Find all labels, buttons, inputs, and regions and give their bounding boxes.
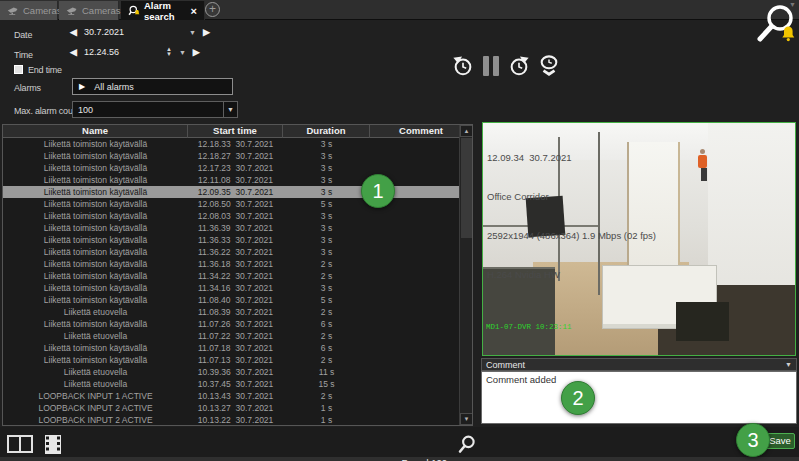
scroll-up-icon[interactable]: ▲ <box>460 125 473 137</box>
close-icon[interactable]: × <box>191 5 197 17</box>
table-row[interactable]: Liikettä toimiston käytävällä11.08.40 30… <box>3 294 459 306</box>
comment-header-label: Comment <box>486 360 525 370</box>
max-alarm-count-label: Max. alarm count <box>14 106 80 116</box>
table-row[interactable]: Liikettä toimiston käytävällä11.07.13 30… <box>3 354 459 366</box>
osd-codec-info: H.264 Nvidia HW <box>487 268 656 281</box>
video-osd-text: 12.09.34 30.7.2021 Office Corridor 2592x… <box>487 125 656 307</box>
table-row[interactable]: Liikettä toimiston käytävällä11.34.16 30… <box>3 282 459 294</box>
tab-cameras-1[interactable]: Cameras × <box>0 1 58 20</box>
table-cell: Liikettä toimiston käytävällä <box>3 186 188 198</box>
jump-to-alarm-icon[interactable] <box>537 55 559 77</box>
table-cell: 2 s <box>283 258 370 270</box>
comment-textarea[interactable]: Comment added <box>481 371 797 424</box>
max-alarm-count-select[interactable]: 100 ▼ <box>72 101 238 118</box>
table-cell: 10.13.43 30.7.2021 <box>188 390 283 402</box>
time-dropdown-icon[interactable]: ▼ <box>179 49 186 56</box>
table-cell: 2 s <box>283 390 370 402</box>
alarms-expand-icon[interactable]: ▶ <box>79 82 85 91</box>
table-row[interactable]: Liikettä toimiston käytävällä12.08.03 30… <box>3 210 459 222</box>
table-cell: 6 s <box>283 318 370 330</box>
table-row[interactable]: Liikettä etuovella11.08.39 30.7.20212 s <box>3 306 459 318</box>
play-forward-icon[interactable] <box>508 55 530 77</box>
time-value[interactable]: 12.24.56 <box>84 47 119 57</box>
table-cell: 11.07.18 30.7.2021 <box>188 342 283 354</box>
date-prev-icon[interactable]: ◀ <box>70 27 77 37</box>
table-cell: 2 s <box>283 270 370 282</box>
dual-view-icon[interactable] <box>7 435 33 454</box>
table-row[interactable]: LOOPBACK INPUT 2 ACTIVE10.13.22 30.7.202… <box>3 414 459 425</box>
table-cell: Liikettä toimiston käytävällä <box>3 270 188 282</box>
date-dropdown-icon[interactable]: ▼ <box>189 29 196 36</box>
header-name[interactable]: Name <box>3 125 188 138</box>
table-row[interactable]: Liikettä toimiston käytävällä11.36.22 30… <box>3 246 459 258</box>
table-row[interactable]: Liikettä etuovella10.39.36 30.7.202111 s <box>3 366 459 378</box>
end-time-checkbox[interactable] <box>14 65 23 74</box>
table-row[interactable]: Liikettä toimiston käytävällä11.07.18 30… <box>3 342 459 354</box>
time-prev-icon[interactable]: ◀ <box>70 47 77 57</box>
table-header: Name Start time Duration Comment <box>3 125 472 138</box>
table-cell: 6 s <box>283 342 370 354</box>
annotation-circle-1: 1 <box>361 174 395 208</box>
time-spinner[interactable]: ▲ ▼ <box>166 47 172 57</box>
search-again-icon[interactable] <box>457 434 478 455</box>
table-row[interactable]: Liikettä toimiston käytävällä11.36.18 30… <box>3 258 459 270</box>
scroll-down-icon[interactable]: ▼ <box>460 413 473 425</box>
alarms-value: All alarms <box>94 82 134 92</box>
table-row[interactable]: Liikettä etuovella11.07.22 30.7.20212 s <box>3 330 459 342</box>
table-row[interactable]: LOOPBACK INPUT 1 ACTIVE10.13.43 30.7.202… <box>3 390 459 402</box>
table-row[interactable]: Liikettä etuovella10.37.45 30.7.202115 s <box>3 378 459 390</box>
add-tab-button[interactable]: + <box>205 2 220 17</box>
alarms-select[interactable]: ▶ All alarms <box>72 78 233 95</box>
time-next-icon[interactable]: ▶ <box>193 47 200 57</box>
header-duration[interactable]: Duration <box>283 125 370 138</box>
header-comment[interactable]: Comment <box>370 125 472 138</box>
table-row[interactable]: Liikettä toimiston käytävällä12.17.23 30… <box>3 162 459 174</box>
table-cell: Liikettä toimiston käytävällä <box>3 210 188 222</box>
tab-label: Cameras <box>23 5 62 16</box>
scrollbar-thumb[interactable] <box>461 138 472 238</box>
tab-cameras-2[interactable]: Cameras × <box>59 1 119 20</box>
table-row[interactable]: Liikettä toimiston käytävällä11.34.22 30… <box>3 270 459 282</box>
alarm-search-big-icon <box>754 3 796 47</box>
play-backward-icon[interactable] <box>452 55 474 77</box>
table-cell: 3 s <box>283 186 370 198</box>
table-cell: 3 s <box>283 138 370 150</box>
table-cell <box>370 270 459 282</box>
table-cell: 12.18.27 30.7.2021 <box>188 150 283 162</box>
table-cell: Liikettä etuovella <box>3 366 188 378</box>
table-cell <box>370 234 459 246</box>
table-row[interactable]: LOOPBACK INPUT 2 ACTIVE10.13.27 30.7.202… <box>3 402 459 414</box>
comment-collapse-icon[interactable]: ▼ <box>785 361 792 368</box>
table-cell: Liikettä toimiston käytävällä <box>3 234 188 246</box>
comment-header[interactable]: Comment ▼ <box>481 358 797 371</box>
table-cell <box>370 222 459 234</box>
table-cell <box>370 318 459 330</box>
osd-camera-name: Office Corridor <box>487 190 656 203</box>
table-cell: 12.17.23 30.7.2021 <box>188 162 283 174</box>
table-row[interactable]: Liikettä toimiston käytävällä11.07.26 30… <box>3 318 459 330</box>
table-cell: 11 s <box>283 366 370 378</box>
pause-icon[interactable] <box>481 55 501 77</box>
table-cell <box>370 210 459 222</box>
table-scrollbar[interactable]: ▲ ▼ <box>459 125 472 425</box>
date-next-icon[interactable]: ▶ <box>203 27 210 37</box>
table-row[interactable]: Liikettä toimiston käytävällä12.18.33 30… <box>3 138 459 150</box>
table-cell <box>370 294 459 306</box>
table-cell <box>370 162 459 174</box>
tab-alarm-search[interactable]: Alarm search × <box>121 1 205 20</box>
date-value[interactable]: 30.7.2021 <box>84 27 124 37</box>
table-cell: 3 s <box>283 210 370 222</box>
table-cell: Liikettä etuovella <box>3 330 188 342</box>
max-alarm-dropdown-icon[interactable]: ▼ <box>223 102 237 117</box>
header-start-time[interactable]: Start time <box>188 125 283 138</box>
table-row[interactable]: Liikettä toimiston käytävällä11.36.39 30… <box>3 222 459 234</box>
annotation-circle-2: 2 <box>561 381 595 415</box>
table-cell: Liikettä toimiston käytävällä <box>3 354 188 366</box>
table-cell: 3 s <box>283 162 370 174</box>
alarm-search-icon <box>128 5 140 17</box>
filmstrip-icon[interactable] <box>44 435 62 454</box>
video-preview[interactable]: 12.09.34 30.7.2021 Office Corridor 2592x… <box>482 122 796 356</box>
table-row[interactable]: Liikettä toimiston käytävällä11.36.33 30… <box>3 234 459 246</box>
table-row[interactable]: Liikettä toimiston käytävällä12.18.27 30… <box>3 150 459 162</box>
spin-down-icon[interactable]: ▼ <box>166 52 172 57</box>
